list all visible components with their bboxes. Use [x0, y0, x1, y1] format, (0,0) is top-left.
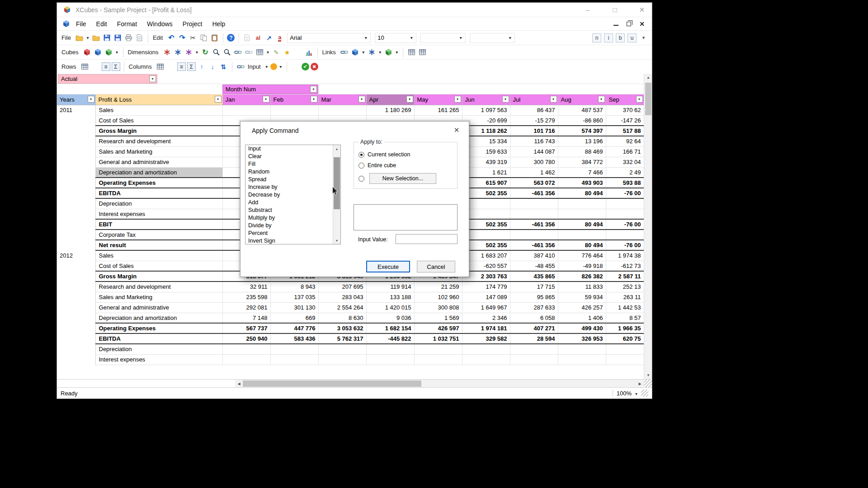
value-cell[interactable]: 8 57 [606, 313, 644, 323]
close-button[interactable]: ✕ [637, 6, 646, 14]
column-header-feb[interactable]: Feb [270, 94, 318, 105]
sort-ascending-icon[interactable] [197, 62, 207, 71]
year-cell[interactable]: 2011 [57, 105, 95, 115]
radio-current-selection[interactable]: Current selection [359, 151, 453, 158]
value-cell[interactable]: 13 196 [558, 136, 606, 146]
menu-edit[interactable]: Edit [91, 19, 112, 29]
value-cell[interactable] [318, 344, 366, 354]
dialog-close-icon[interactable]: ✕ [452, 126, 462, 134]
value-cell[interactable]: 370 62 [606, 105, 644, 115]
month-dropdown-button[interactable] [636, 96, 643, 103]
row-label[interactable]: Research and development [95, 136, 222, 146]
column-header-jan[interactable]: Jan [222, 94, 270, 105]
value-cell[interactable]: 567 737 [222, 323, 270, 333]
value-cell[interactable]: 301 130 [270, 302, 318, 313]
value-cell[interactable] [222, 105, 270, 115]
menu-file[interactable]: File [71, 19, 91, 29]
command-fill[interactable]: Fill [245, 160, 333, 168]
value-cell[interactable]: 287 633 [510, 302, 558, 313]
value-cell[interactable]: 1 442 53 [606, 302, 644, 313]
year-cell[interactable] [57, 271, 95, 282]
year-cell[interactable] [57, 282, 95, 292]
value-cell[interactable]: 300 808 [414, 302, 462, 313]
value-cell[interactable]: -15 279 [510, 115, 558, 126]
link-cube-icon[interactable] [350, 47, 360, 57]
mdi-minimize-button[interactable] [613, 22, 618, 26]
value-cell[interactable]: -76 00 [606, 219, 644, 230]
rows-table-icon[interactable] [80, 62, 90, 71]
value-cell[interactable]: 1 649 967 [462, 302, 510, 313]
radio-entire-cube[interactable]: Entire cube [359, 162, 453, 169]
value-cell[interactable]: 1 569 [414, 313, 462, 323]
value-cell[interactable]: 2 49 [606, 167, 644, 178]
value-cell[interactable]: 517 88 [606, 126, 644, 136]
value-cell[interactable]: 7 148 [222, 313, 270, 323]
command-increase-by[interactable]: Increase by [245, 183, 333, 191]
print-preview-icon[interactable] [135, 33, 144, 42]
menu-windows[interactable]: Windows [142, 19, 178, 29]
value-cell[interactable]: 80 494 [558, 219, 606, 230]
year-cell[interactable] [57, 178, 95, 188]
command-add[interactable]: Add [245, 199, 333, 206]
value-cell[interactable]: 563 072 [510, 178, 558, 188]
value-cell[interactable]: 2 554 264 [318, 302, 366, 313]
value-cell[interactable]: 292 081 [222, 302, 270, 313]
row-label[interactable]: Sales [95, 250, 222, 261]
value-cell[interactable]: 1 966 35 [606, 323, 644, 333]
radio-new-selection[interactable]: New Selection... [359, 173, 453, 184]
scenario-dropdown-button[interactable] [149, 75, 156, 82]
column-header-sep[interactable]: Sep [606, 94, 644, 105]
command-multiply-by[interactable]: Multiply by [245, 214, 333, 222]
copy-icon[interactable] [199, 33, 208, 42]
month-dropdown-button[interactable] [263, 96, 269, 103]
row-label[interactable]: Corporate Tax [95, 230, 222, 240]
export-icon[interactable] [264, 33, 274, 42]
font-size-select[interactable]: 10 [375, 33, 416, 43]
value-cell[interactable]: 283 043 [318, 292, 366, 302]
value-cell[interactable]: 2 587 11 [606, 271, 644, 282]
value-cell[interactable]: 574 397 [558, 126, 606, 136]
value-cell[interactable]: 80 494 [558, 240, 606, 250]
input-link-icon[interactable] [236, 62, 245, 71]
undo-icon[interactable] [166, 33, 176, 42]
help-icon[interactable] [227, 34, 235, 42]
view-dropdown-caret[interactable] [266, 50, 270, 55]
value-cell[interactable]: 11 833 [558, 282, 606, 292]
link-dropdown-caret[interactable] [361, 50, 366, 55]
style-select-2[interactable] [470, 33, 515, 43]
chart-icon[interactable] [304, 47, 314, 57]
format-button-b[interactable]: b [616, 33, 625, 42]
value-cell[interactable]: 499 430 [558, 323, 606, 333]
year-cell[interactable] [57, 188, 95, 198]
rows-sum-icon[interactable] [112, 62, 120, 71]
row-label[interactable]: Depreciation [95, 344, 222, 354]
value-cell[interactable]: 826 382 [558, 271, 606, 282]
radio-button[interactable] [359, 176, 364, 182]
command-spread[interactable]: Spread [245, 176, 333, 183]
radio-button[interactable] [359, 152, 364, 158]
value-cell[interactable] [462, 344, 510, 354]
value-cell[interactable]: 95 865 [510, 292, 558, 302]
value-cell[interactable]: 161 265 [414, 105, 462, 115]
value-cell[interactable]: 116 743 [510, 136, 558, 146]
row-label[interactable]: Gross Margin [95, 126, 222, 136]
value-cell[interactable] [558, 354, 606, 365]
dimension-edit-icon[interactable] [173, 47, 183, 57]
value-cell[interactable] [414, 344, 462, 354]
value-cell[interactable]: 487 537 [558, 105, 606, 115]
value-cell[interactable] [270, 354, 318, 365]
year-cell[interactable] [57, 230, 95, 240]
month-dropdown-button[interactable] [502, 96, 509, 103]
value-cell[interactable]: 620 75 [606, 333, 644, 344]
value-cell[interactable]: -461 356 [510, 219, 558, 230]
value-cell[interactable]: 32 911 [222, 282, 270, 292]
value-cell[interactable] [270, 105, 318, 115]
value-cell[interactable]: 447 776 [270, 323, 318, 333]
year-cell[interactable] [57, 219, 95, 230]
new-selection-button[interactable]: New Selection... [369, 173, 436, 184]
value-cell[interactable] [558, 344, 606, 354]
year-cell[interactable] [57, 302, 95, 313]
execute-button[interactable]: Execute [366, 261, 410, 272]
row-label[interactable]: Interest expenses [95, 209, 222, 219]
value-cell[interactable]: 8 943 [270, 282, 318, 292]
